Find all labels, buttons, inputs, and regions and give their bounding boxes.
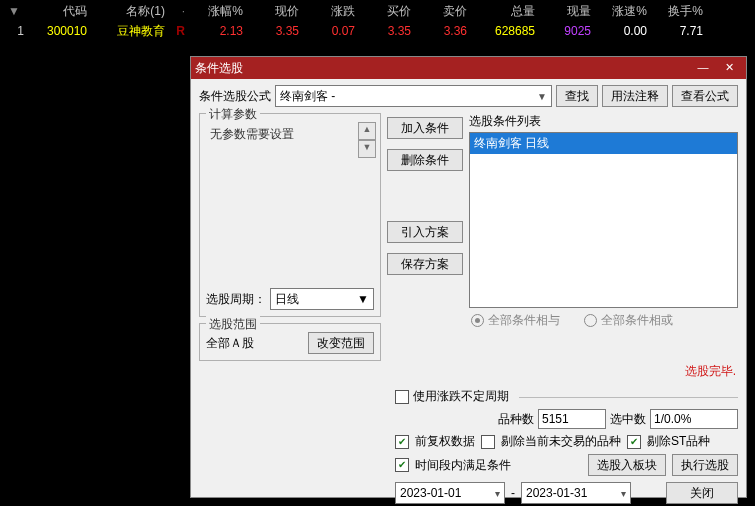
formula-select[interactable]: 终南剑客 - ▼ [275,85,552,107]
radio-icon [471,314,484,327]
params-group: 计算参数 无参数需要设置 ▲ ▼ 选股周期： 日线 ▼ [199,113,381,317]
radio-icon [584,314,597,327]
cell-vol: 628685 [471,24,539,38]
done-message: 选股完毕. [199,361,738,384]
chk-rm-st-label: 剔除ST品种 [647,433,710,450]
hdr-idx: ▼ [0,4,28,18]
selected-label: 选中数 [610,411,646,428]
chevron-down-icon: ▾ [495,488,500,499]
cell-name: 豆神教育 [91,23,169,40]
chk-rm-nontrade-label: 剔除当前未交易的品种 [501,433,621,450]
change-range-button[interactable]: 改变范围 [308,332,374,354]
chk-fq[interactable] [395,435,409,449]
hdr-ask[interactable]: 卖价 [415,3,471,20]
cell-idx: 1 [0,24,28,38]
list-label: 选股条件列表 [469,113,738,130]
minimize-icon[interactable]: — [690,60,716,76]
hdr-pct[interactable]: 涨幅% [189,3,247,20]
hdr-code[interactable]: 代码 [28,3,91,20]
cell-diff: 0.07 [303,24,359,38]
execute-button[interactable]: 执行选股 [672,454,738,476]
table-header: ▼ 代码 名称(1) · 涨幅% 现价 涨跌 买价 卖价 总量 现量 涨速% 换… [0,0,755,22]
hdr-dot: · [169,4,189,18]
hdr-nowv[interactable]: 现量 [539,3,595,20]
list-item[interactable]: 终南剑客 日线 [470,133,737,154]
cell-price: 3.35 [247,24,303,38]
view-formula-button[interactable]: 查看公式 [672,85,738,107]
delete-condition-button[interactable]: 删除条件 [387,149,463,171]
hdr-vol[interactable]: 总量 [471,3,539,20]
condition-dialog: 条件选股 — ✕ 条件选股公式 终南剑客 - ▼ 查找 用法注释 查看公式 计算… [190,56,747,498]
cell-turn: 7.71 [651,24,707,38]
date-from[interactable]: 2023-01-01▾ [395,482,505,504]
cell-ask: 3.36 [415,24,471,38]
import-scheme-button[interactable]: 引入方案 [387,221,463,243]
condition-list[interactable]: 终南剑客 日线 [469,132,738,308]
cell-r: R [169,24,189,38]
period-value: 日线 [275,291,299,308]
radio-and[interactable]: 全部条件相与 [471,312,560,329]
stepper-up-icon[interactable]: ▲ [358,122,376,140]
stepper-down-icon[interactable]: ▼ [358,140,376,158]
no-params-text: 无参数需要设置 [206,122,358,278]
chk-rm-nontrade[interactable] [481,435,495,449]
titlebar[interactable]: 条件选股 — ✕ [191,57,746,79]
hdr-price[interactable]: 现价 [247,3,303,20]
formula-label: 条件选股公式 [199,88,271,105]
chk-timerange-label: 时间段内满足条件 [415,457,511,474]
sort-arrow-icon: ▼ [4,4,24,18]
help-button[interactable]: 用法注释 [602,85,668,107]
find-button[interactable]: 查找 [556,85,598,107]
selected-value: 1/0.0% [650,409,738,429]
date-sep: - [511,486,515,500]
hdr-speed[interactable]: 涨速% [595,3,651,20]
hdr-name[interactable]: 名称(1) [91,3,169,20]
range-group: 选股范围 全部Ａ股 改变范围 [199,323,381,361]
cell-nowv: 9025 [539,24,595,38]
period-select[interactable]: 日线 ▼ [270,288,374,310]
chevron-down-icon: ▼ [537,91,547,102]
save-scheme-button[interactable]: 保存方案 [387,253,463,275]
chk-variable-label: 使用涨跌不定周期 [413,388,509,405]
range-legend: 选股范围 [206,316,260,333]
kinds-label: 品种数 [498,411,534,428]
hdr-turn[interactable]: 换手% [651,3,707,20]
dialog-title: 条件选股 [195,60,690,77]
params-legend: 计算参数 [206,106,260,123]
cell-pct: 2.13 [189,24,247,38]
chevron-down-icon: ▼ [357,292,369,306]
radio-or[interactable]: 全部条件相或 [584,312,673,329]
cell-bid: 3.35 [359,24,415,38]
date-to[interactable]: 2023-01-31▾ [521,482,631,504]
period-label: 选股周期： [206,291,266,308]
hdr-diff[interactable]: 涨跌 [303,3,359,20]
param-stepper: ▲ ▼ [358,122,374,278]
close-button[interactable]: 关闭 [666,482,738,504]
kinds-value: 5151 [538,409,606,429]
table-row[interactable]: 1 300010 豆神教育 R 2.13 3.35 0.07 3.35 3.36… [0,22,755,40]
add-condition-button[interactable]: 加入条件 [387,117,463,139]
chk-timerange[interactable] [395,458,409,472]
chk-variable-period[interactable] [395,390,409,404]
range-value: 全部Ａ股 [206,335,254,352]
cell-speed: 0.00 [595,24,651,38]
cell-code: 300010 [28,24,91,38]
chk-rm-st[interactable] [627,435,641,449]
stock-table: ▼ 代码 名称(1) · 涨幅% 现价 涨跌 买价 卖价 总量 现量 涨速% 换… [0,0,755,40]
to-block-button[interactable]: 选股入板块 [588,454,666,476]
close-icon[interactable]: ✕ [716,60,742,76]
chevron-down-icon: ▾ [621,488,626,499]
chk-fq-label: 前复权数据 [415,433,475,450]
hdr-bid[interactable]: 买价 [359,3,415,20]
formula-value: 终南剑客 - [280,88,335,105]
